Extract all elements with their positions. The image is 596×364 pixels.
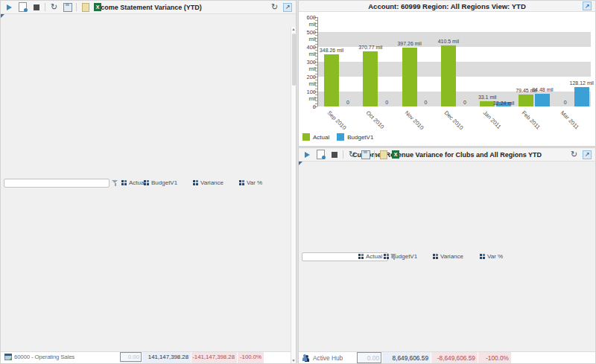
export-document-icon[interactable]: [378, 150, 388, 159]
submit-icon[interactable]: [302, 150, 312, 159]
vertical-scrollbar[interactable]: ▲ ▼: [291, 27, 296, 363]
income-statement-panel: ↻ X Income Statement Variance (YTD) ↻ ↗ …: [0, 0, 297, 364]
y-tick-label: 0: [299, 103, 316, 110]
filter-funnel-icon[interactable]: [112, 179, 118, 187]
save-icon[interactable]: [361, 150, 370, 159]
cell-variance[interactable]: -8,649,606.59: [431, 352, 478, 363]
legend-item-actual[interactable]: Actual: [302, 133, 329, 141]
refresh-data-icon[interactable]: [316, 150, 326, 159]
stop-icon[interactable]: [31, 2, 41, 12]
data-label: 370.77 mil: [358, 45, 382, 50]
toolbar-separator: [374, 150, 375, 159]
bar-actual[interactable]: [441, 45, 456, 106]
grid-corner-marker: [1, 14, 4, 18]
column-header-label: Var %: [487, 253, 503, 260]
dashboard: ↻ X Income Statement Variance (YTD) ↻ ↗ …: [0, 0, 596, 364]
customer-grid-body: Active Hub0.008,649,606.59-8,649,606.59-…: [299, 352, 595, 364]
bar-actual[interactable]: [363, 51, 378, 106]
member-icon: [144, 180, 149, 185]
refresh-panel-icon[interactable]: ↻: [569, 150, 579, 159]
filter-input[interactable]: [4, 179, 110, 188]
scrollbar-thumb[interactable]: [292, 33, 296, 86]
row-label[interactable]: Active Hub: [299, 352, 357, 363]
save-icon[interactable]: [63, 2, 72, 12]
toolbar-separator: [45, 3, 45, 11]
column-header-label: Variance: [200, 179, 224, 186]
column-header-var_pct[interactable]: Var %: [478, 253, 512, 260]
income-statement-toolbar: ↻ X Income Statement Variance (YTD) ↻ ↗: [1, 1, 296, 14]
member-icon: [480, 254, 485, 259]
cell-var_pct[interactable]: -100.0%: [238, 352, 264, 362]
export-excel-icon[interactable]: X: [94, 3, 101, 11]
cell-variance[interactable]: -141,147,398.28: [191, 352, 238, 362]
stop-icon[interactable]: [329, 150, 339, 159]
account-icon: [4, 354, 12, 360]
member-icon: [193, 180, 198, 185]
cell-budget[interactable]: 8,649,606.59: [382, 352, 431, 363]
x-tick-label: Sep 2010: [326, 109, 347, 131]
member-icon: [433, 254, 438, 259]
expand-chart-icon[interactable]: ↗: [583, 1, 592, 10]
column-header-budget[interactable]: BudgetV1: [142, 179, 191, 186]
toolbar-right-icons: ↻ ↗: [266, 2, 296, 12]
bar-budgetv1[interactable]: [535, 94, 550, 106]
data-label: 0: [385, 100, 388, 105]
toolbar-separator: [343, 150, 343, 159]
refresh-panel-icon[interactable]: ↻: [270, 2, 279, 12]
member-icon: [384, 254, 389, 259]
expand-panel-icon[interactable]: ↗: [283, 3, 292, 12]
cell-budget[interactable]: 141,147,398.28: [142, 352, 191, 362]
x-tick-label: Feb 2011: [521, 109, 542, 130]
data-label: 84.48 mil: [532, 87, 553, 92]
refresh-data-icon[interactable]: [18, 2, 28, 12]
row-label-text: Active Hub: [313, 354, 343, 362]
bar-actual[interactable]: [402, 48, 417, 106]
column-header-label: Variance: [440, 253, 463, 260]
cell-actual[interactable]: 0.00: [120, 352, 142, 362]
column-header-variance[interactable]: Variance: [191, 179, 238, 186]
x-tick-label: Oct 2010: [365, 109, 386, 130]
legend-swatch: [302, 133, 310, 141]
income-grid-body: 60000 - Operating Sales0.00141,147,398.2…: [1, 352, 296, 364]
submit-icon[interactable]: [4, 2, 14, 12]
filter-area: [299, 252, 357, 261]
reload-icon[interactable]: ↻: [347, 150, 357, 159]
column-header-variance[interactable]: Variance: [431, 253, 478, 260]
y-tick-label: 500 mil: [299, 29, 316, 42]
column-header-var_pct[interactable]: Var %: [238, 179, 264, 186]
data-label: 32.24 mil: [493, 100, 514, 106]
y-tick-label: 100 mil: [299, 89, 316, 102]
bar-budgetv1[interactable]: [574, 87, 589, 106]
cell-var_pct[interactable]: -100.0%: [478, 352, 512, 363]
expand-panel-icon[interactable]: ↗: [583, 150, 592, 159]
customer-icon: [302, 354, 311, 362]
data-label: 410.5 mil: [438, 39, 459, 44]
row-label-text: 60000 - Operating Sales: [14, 354, 74, 360]
cell-actual[interactable]: 0.00: [357, 352, 382, 363]
legend-label: BudgetV1: [347, 134, 373, 141]
bar-actual[interactable]: [324, 54, 339, 106]
grid-row: 60000 - Operating Sales0.00141,147,398.2…: [1, 352, 296, 362]
bar-chart: 600 mil500 mil400 mil300 mil200 mil100 m…: [299, 12, 595, 147]
bar-actual[interactable]: [519, 95, 533, 106]
filter-funnel-icon[interactable]: [390, 253, 397, 261]
data-label: 128.12 mil: [570, 80, 594, 86]
export-excel-icon[interactable]: X: [392, 150, 399, 159]
customer-revenue-panel: ↻ X Customer Revenue Variance for Clubs …: [298, 147, 596, 364]
legend-swatch: [337, 133, 344, 141]
scroll-down-icon[interactable]: ▼: [292, 358, 296, 363]
legend-item-budgetv1[interactable]: BudgetV1: [337, 133, 373, 141]
scroll-up-icon[interactable]: ▲: [292, 27, 296, 32]
customer-grid-header: ActualBudgetV1VarianceVar %: [299, 162, 595, 352]
row-label[interactable]: 60000 - Operating Sales: [1, 352, 120, 362]
column-header-budget[interactable]: BudgetV1: [382, 253, 431, 260]
income-grid-header: ActualBudgetV1VarianceVar %: [1, 14, 296, 352]
data-label: 0: [564, 100, 567, 105]
data-label: 348.26 mil: [320, 48, 343, 53]
member-icon: [121, 180, 127, 185]
y-tick-label: 400 mil: [299, 44, 316, 57]
export-document-icon[interactable]: [80, 2, 90, 12]
column-header-actual[interactable]: Actual: [357, 253, 382, 260]
reload-icon[interactable]: ↻: [49, 2, 59, 12]
column-header-actual[interactable]: Actual: [120, 179, 142, 186]
